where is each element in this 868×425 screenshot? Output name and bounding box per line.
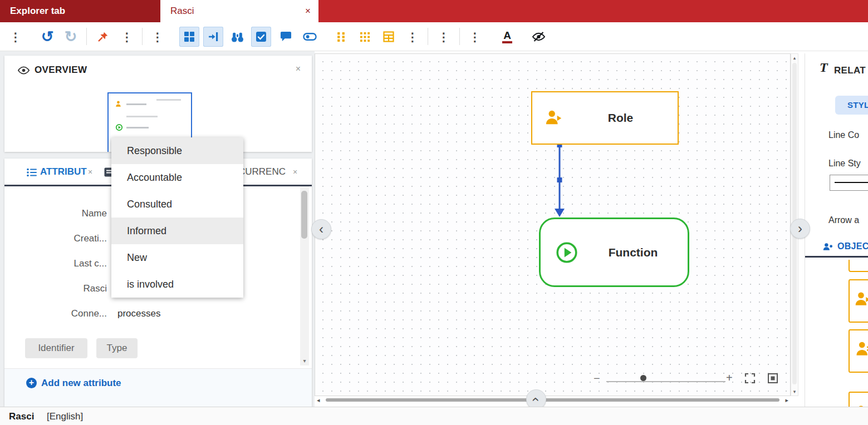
- collapse-right-panel-button[interactable]: ›: [790, 219, 810, 239]
- frame-view-icon[interactable]: [767, 373, 778, 384]
- tab-model-label: Rasci: [170, 6, 194, 16]
- scroll-left-icon[interactable]: ◂: [317, 397, 320, 404]
- mini-text-line: [156, 99, 181, 101]
- overflow-menu-button[interactable]: ⋮: [6, 27, 26, 47]
- tab-model-rasci[interactable]: Rasci ×: [160, 0, 318, 22]
- attribute-label: Conne...: [4, 308, 107, 319]
- overflow-menu-button[interactable]: ⋮: [148, 27, 168, 47]
- toggle-switch-icon: [303, 32, 317, 42]
- kebab-icon: ⋮: [469, 31, 481, 43]
- attribute-value-cell[interactable]: processes: [117, 308, 300, 319]
- scroll-right-icon[interactable]: ▸: [785, 397, 788, 404]
- tab-attributes[interactable]: ATTRIBUT: [40, 166, 87, 177]
- toolbar: ⋮ ↺ ↻ ⋮ ⋮: [0, 22, 868, 51]
- line-style-label: Line Sty: [828, 159, 861, 169]
- collapse-left-panel-button[interactable]: ‹: [311, 219, 331, 239]
- scrollbar-thumb[interactable]: [301, 191, 307, 239]
- attributes-scrollbar[interactable]: ▾: [300, 186, 309, 365]
- tab-style[interactable]: STYL: [835, 96, 868, 115]
- add-new-attribute-link[interactable]: Add new attribute: [41, 378, 121, 389]
- objects-icon: [823, 243, 833, 251]
- object-tile-partial[interactable]: [849, 260, 868, 272]
- function-node[interactable]: Function: [539, 218, 689, 287]
- eye-icon: [18, 66, 30, 75]
- kebab-icon: ⋮: [121, 31, 133, 43]
- overflow-menu-button[interactable]: ⋮: [403, 27, 423, 47]
- scrollbar-thumb[interactable]: [326, 398, 779, 402]
- toolbar-separator: [459, 28, 460, 45]
- redo-icon: ↻: [65, 29, 77, 45]
- role-node[interactable]: Role: [531, 91, 679, 145]
- identifier-button[interactable]: Identifier: [25, 338, 87, 358]
- attribute-label: Rasci: [4, 283, 107, 294]
- toggle-button[interactable]: [300, 27, 320, 47]
- toolbar-separator: [428, 28, 428, 45]
- comment-button[interactable]: [276, 27, 296, 47]
- overview-panel-title: OVERVIEW: [35, 65, 87, 76]
- redo-button[interactable]: ↻: [61, 27, 81, 47]
- close-icon[interactable]: ×: [293, 168, 297, 176]
- close-icon[interactable]: ×: [88, 168, 92, 176]
- zoom-in-button[interactable]: +: [726, 372, 733, 383]
- object-tile-partial[interactable]: [849, 392, 868, 407]
- overflow-menu-button[interactable]: ⋮: [117, 27, 137, 47]
- status-language-selector[interactable]: [English]: [47, 411, 83, 422]
- zoom-slider-knob[interactable]: [640, 375, 646, 381]
- overflow-menu-button[interactable]: ⋮: [465, 27, 485, 47]
- format-text-icon: T: [820, 60, 828, 75]
- dropdown-item-is-involved[interactable]: is involved: [111, 271, 243, 298]
- scroll-up-icon[interactable]: ▴: [791, 55, 798, 61]
- undo-button[interactable]: ↺: [37, 27, 57, 47]
- canvas-horizontal-scrollbar[interactable]: ◂ ▸: [315, 396, 791, 404]
- tab-currency[interactable]: CURRENC: [238, 166, 286, 177]
- checkbox-button[interactable]: [251, 27, 271, 47]
- matrix-large-button[interactable]: [355, 27, 375, 47]
- snap-to-edge-button[interactable]: [203, 27, 223, 47]
- object-tile-person-type[interactable]: [849, 329, 868, 373]
- layout-grid-icon: [184, 31, 195, 42]
- overflow-menu-button[interactable]: ⋮: [434, 27, 454, 47]
- fit-to-screen-icon[interactable]: [744, 373, 756, 384]
- line-color-label: Line Co: [828, 130, 859, 140]
- kebab-icon: ⋮: [10, 31, 22, 43]
- dropdown-item-consulted[interactable]: Consulted: [111, 191, 243, 218]
- binoculars-search-button[interactable]: [227, 27, 247, 47]
- binoculars-icon: [231, 31, 244, 43]
- type-button[interactable]: Type: [96, 338, 138, 358]
- zoom-out-button[interactable]: −: [594, 373, 600, 384]
- toolbar-separator: [142, 28, 143, 45]
- model-canvas[interactable]: Role Function − +: [315, 53, 791, 396]
- font-color-icon: A: [502, 30, 512, 43]
- kebab-icon: ⋮: [438, 31, 450, 43]
- undo-icon: ↺: [41, 29, 54, 45]
- close-icon[interactable]: ×: [305, 0, 311, 22]
- dropdown-item-accountable[interactable]: Accountable: [111, 164, 243, 191]
- mini-text-line: [126, 116, 158, 117]
- attribute-value-dropdown: Responsible Accountable Consulted Inform…: [111, 137, 243, 298]
- table-grid-icon: [383, 31, 394, 42]
- function-node-label: Function: [578, 246, 688, 259]
- pin-button[interactable]: [93, 27, 113, 47]
- zoom-slider[interactable]: [606, 381, 725, 382]
- grid-dots-2x3-icon: [337, 32, 345, 42]
- app-window: Explorer tab Rasci × ⋮ ↺ ↻ ⋮ ⋮: [0, 0, 868, 425]
- object-tile-role[interactable]: [849, 279, 868, 323]
- snap-to-edge-icon: [208, 31, 219, 42]
- close-icon[interactable]: ×: [296, 65, 301, 73]
- dropdown-item-informed[interactable]: Informed: [111, 218, 243, 244]
- line-style-preview[interactable]: [830, 175, 868, 191]
- add-icon: +: [26, 378, 37, 388]
- scroll-down-icon[interactable]: ▾: [791, 389, 798, 394]
- role-node-label: Role: [563, 111, 678, 125]
- tab-explorer-label: Explorer tab: [10, 6, 65, 16]
- dropdown-item-new[interactable]: New: [111, 244, 243, 271]
- matrix-small-button[interactable]: [331, 27, 351, 47]
- hide-attributes-button[interactable]: [528, 27, 548, 47]
- table-view-button[interactable]: [379, 27, 399, 47]
- font-color-button[interactable]: A: [497, 27, 517, 47]
- grid-dots-3x3-icon: [360, 32, 370, 42]
- layout-grid-button[interactable]: [179, 27, 199, 47]
- tab-explorer[interactable]: Explorer tab: [0, 0, 160, 22]
- dropdown-item-responsible[interactable]: Responsible: [111, 137, 243, 164]
- scroll-down-icon[interactable]: ▾: [300, 358, 309, 364]
